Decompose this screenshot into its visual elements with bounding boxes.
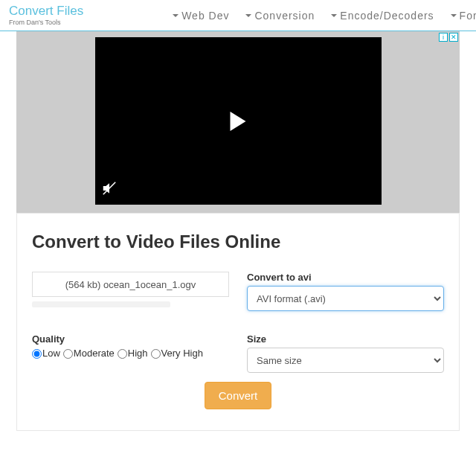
brand-title: Convert Files (9, 4, 83, 17)
ad-close-icon[interactable]: ✕ (449, 33, 458, 42)
caret-down-icon (245, 14, 251, 17)
quality-label: Quality (32, 333, 229, 345)
nav-web-dev[interactable]: Web Dev (173, 10, 229, 22)
caret-down-icon (173, 14, 178, 17)
quality-option-low[interactable]: Low (32, 348, 60, 359)
format-select[interactable]: AVI format (.avi) (247, 286, 444, 311)
quality-radio-very-high[interactable] (151, 349, 161, 359)
format-label: Convert to avi (247, 272, 444, 283)
top-navbar: Convert Files From Dan's Tools Web Dev C… (0, 0, 476, 31)
nav-label: Web Dev (181, 10, 229, 22)
play-icon[interactable] (231, 112, 246, 131)
brand-subtitle: From Dan's Tools (9, 19, 83, 26)
file-selector[interactable]: (564 kb) ocean_1ocean_1.ogv (32, 272, 229, 297)
nav-encode-decoders[interactable]: Encode/Decoders (331, 10, 434, 22)
quality-radio-group: Low Moderate High Very High (32, 348, 229, 359)
brand-block[interactable]: Convert Files From Dan's Tools (9, 4, 83, 26)
quality-option-moderate[interactable]: Moderate (63, 348, 115, 359)
upload-progress (32, 301, 170, 307)
convert-card: Convert to Video Files Online (564 kb) o… (16, 213, 460, 431)
page-title: Convert to Video Files Online (32, 231, 444, 252)
size-label: Size (247, 333, 444, 345)
mute-icon[interactable] (103, 182, 116, 197)
quality-option-high[interactable]: High (118, 348, 148, 359)
quality-radio-moderate[interactable] (63, 349, 73, 359)
size-select[interactable]: Same size (247, 348, 444, 373)
caret-down-icon (451, 14, 457, 17)
ad-banner-area: i ✕ (16, 31, 460, 213)
nav-formatters[interactable]: Forma (451, 10, 476, 22)
quality-radio-high[interactable] (118, 349, 127, 359)
quality-option-very-high[interactable]: Very High (151, 348, 203, 359)
nav-label: Encode/Decoders (340, 10, 434, 22)
video-ad-player[interactable] (95, 37, 382, 205)
convert-button[interactable]: Convert (205, 382, 272, 409)
ad-info-icon[interactable]: i (439, 33, 448, 42)
caret-down-icon (331, 14, 337, 17)
file-display-text: (564 kb) ocean_1ocean_1.ogv (65, 279, 196, 290)
nav-label: Forma (460, 10, 476, 22)
ad-badge: i ✕ (439, 33, 458, 42)
quality-radio-low[interactable] (32, 349, 42, 359)
nav-conversion[interactable]: Conversion (245, 10, 315, 22)
main-nav: Web Dev Conversion Encode/Decoders Forma (173, 10, 476, 22)
nav-label: Conversion (254, 10, 315, 22)
